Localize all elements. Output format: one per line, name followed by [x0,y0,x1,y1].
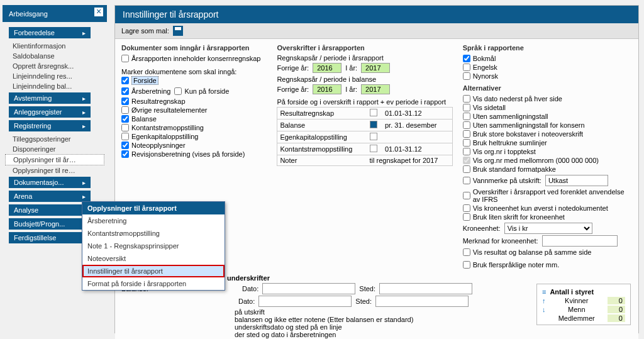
counter-value: 0 [608,297,625,304]
chevron-right-icon [82,29,86,36]
kroneenhet-select[interactable]: Vis i kr [504,223,592,234]
checkbox-alt[interactable]: Bruk heltrukne sumlinjer [463,138,632,147]
sidebar-group-ferdigstillelse[interactable]: Ferdigstillelse [9,232,91,243]
close-icon[interactable]: × [94,8,103,16]
checkbox-liten-skrift[interactable]: Bruk liten skrift for kroneenhet [463,213,632,221]
context-menu-item-innstillinger[interactable]: Innstillinger til årsrapport [82,265,225,277]
chevron-right-icon [82,94,86,102]
table-row: Kontantstrømoppstilling01.01-31.12 [277,143,452,155]
counter-label: Kvinner [565,297,588,304]
checkbox-forenklet-ifrs[interactable]: Overskrifter i årsrapport ved forenklet … [463,187,632,204]
dato-label: Dato: [242,285,258,292]
toolbar: Lagre som mal: [115,23,638,39]
context-menu-item[interactable]: Note 1 - Regnskapsprinsipper [82,240,225,252]
context-menu-item[interactable]: Årsberetning [82,214,225,227]
save-icon[interactable] [173,26,183,36]
sidebar-item[interactable]: Opprett årsregnsk... [5,61,104,71]
sidebar-group-anleggsregister[interactable]: Anleggsregister [9,106,91,118]
section-headings-heading: Overskrifter i årsrapporten [277,44,452,52]
print-line3: der sted og dato i årsberetningen [235,331,632,338]
arrow-up-icon[interactable]: ↑ [542,297,546,304]
counter-heading: Antall i styret [550,288,594,296]
checkbox-arsberetning[interactable]: Årsberetning [121,87,170,96]
sidebar-item-opplysninger[interactable]: Opplysninger til år… [5,154,104,165]
balanse-sted-field[interactable] [379,283,472,294]
checkbox-kontantstrom[interactable]: Kontantstrømoppstilling [121,123,267,132]
sidebar-item[interactable]: Linjeinndeling bal... [5,81,104,91]
table-row: Resultatregnskap01.01-31.12 [277,108,452,119]
vannmerke-field[interactable] [545,175,608,186]
checkbox-alt[interactable]: Vis sidetall [463,103,632,112]
checkbox-vannmerke[interactable]: Vannmerke på utskrift: [463,176,541,185]
checkbox-alt[interactable]: Bruk store bokstaver i noteoverskrift [463,130,632,138]
context-menu-item[interactable]: Noteoversikt [82,252,225,265]
chevron-right-icon [82,179,86,186]
context-menu-header: Opplysninger til årsrapport [82,202,225,214]
context-menu-item[interactable]: Format på forside i årsrapporten [82,277,225,290]
section-alt-heading: Alternativer [463,84,632,92]
sidebar-item[interactable]: Linjeinndeling res... [5,71,104,81]
sted-field-2[interactable] [375,296,469,307]
board-counter: ≡Antall i styret ↑Kvinner0 ↓Menn0 ↓Medle… [536,284,631,325]
checkbox-alt[interactable]: Vis dato nederst på hver side [463,94,632,103]
context-menu: Opplysninger til årsrapport Årsberetning… [82,201,225,291]
checkbox-alt[interactable]: Vis org.nr i topptekst [463,147,632,156]
checkbox-noteopplysninger[interactable]: Noteopplysninger [121,141,267,150]
context-menu-item[interactable]: Kontantstrømoppstilling [82,227,225,240]
checkbox-kroneenhet-top[interactable]: Vis kroneenhet kun øverst i notedokument… [463,204,632,213]
checkbox-engelsk[interactable]: Engelsk [463,63,632,72]
dato-field-2[interactable] [258,296,352,307]
checkbox-bokmal[interactable]: Bokmål [463,54,632,63]
sidebar-group-budsjett[interactable]: Budsjett/Progn... [9,218,91,230]
merknad-field[interactable] [542,235,618,247]
this-year-label: I år: [345,64,357,72]
sidebar-item[interactable]: Saldobalanse [5,51,104,61]
dato-label-2: Dato: [238,297,255,305]
sidebar-group-arena[interactable]: Arena [9,191,91,202]
checkbox-alt[interactable]: Vis org.nr med mellomrom (000 000 000) [463,156,632,165]
prev-year-label: Forrige år: [277,64,309,72]
checkbox-icon[interactable] [370,145,377,152]
checkbox-forside[interactable]: Forside [121,75,267,86]
section-lang-heading: Språk i rapportene [463,44,632,52]
sidebar-title: Arbeidsgang [9,10,48,18]
checkbox-nynorsk[interactable]: Nynorsk [463,72,632,81]
sidebar-item[interactable]: Disponeringer [5,144,104,154]
checkbox-samme-side[interactable]: Vis resultat og balanse på samme side [463,248,632,257]
balanse-dato-field[interactable] [262,283,355,294]
checkbox-egenkapital[interactable]: Egenkapitaloppstilling [121,132,267,141]
sidebar-item[interactable]: Opplysninger til re… [5,165,104,175]
arrow-down-icon[interactable]: ↓ [542,306,546,313]
this-year-value[interactable]: 2017 [361,63,390,73]
checkbox-ovrige[interactable]: Øvrige resultatelementer [121,106,267,114]
checkbox-icon[interactable] [370,121,377,128]
this-year-bal-label: I år: [345,86,357,93]
sted-label: Sted: [359,285,375,292]
checkbox-balanse[interactable]: Balanse [121,114,267,123]
checkbox-konsern[interactable]: Årsrapporten inneholder konsernregnskap [121,54,267,63]
table-row: Balansepr. 31. desember [277,119,452,131]
table-row: Notertil regnskapet for 2017 [277,155,452,166]
counter-label: Menn [568,306,586,313]
checkbox-alt[interactable]: Uten sammenligningstall [463,112,632,121]
save-template-label: Lagre som mal: [121,27,169,35]
checkbox-resultatregnskap[interactable]: Resultatregnskap [121,97,267,106]
sidebar-item[interactable]: Tilleggsposteringer [5,134,104,144]
checkbox-revisjonsberetning[interactable]: Revisjonsberetning (vises på forside) [121,150,267,158]
checkbox-flerspraklig[interactable]: Bruk flerspråklige noter mm. [463,260,632,269]
checkbox-icon[interactable] [370,133,377,140]
sidebar-item[interactable]: Klientinformasjon [5,41,104,51]
sidebar-group-avstemming[interactable]: Avstemming [9,92,91,104]
checkbox-alt[interactable]: Uten sammenligningstall for konsern [463,121,632,130]
checkbox-kun-forside[interactable]: Kun på forside [174,87,229,96]
sidebar-group-analyse[interactable]: Analyse [9,204,91,216]
sidebar-group-forberedelse[interactable]: Forberedelse [9,27,91,38]
sidebar-group-registrering[interactable]: Registrering [9,120,91,131]
counter-value: 0 [608,314,625,322]
checkbox-icon[interactable] [370,109,377,116]
sidebar-group-dokumentasjon[interactable]: Dokumentasjo... [9,177,91,188]
checkbox-alt[interactable]: Bruk standard formatpakke [463,165,632,174]
this-year-bal-value[interactable]: 2017 [361,84,390,94]
prev-year-bal-value[interactable]: 2016 [313,84,341,94]
prev-year-value[interactable]: 2016 [313,63,341,73]
